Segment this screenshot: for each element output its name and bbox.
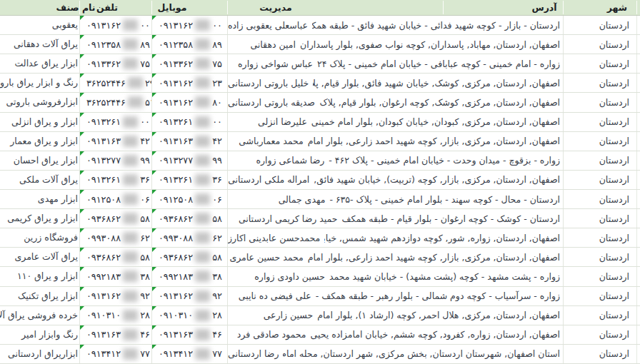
cell-trade-name[interactable]: ابزار و یراق ۱۱۰ — [0, 267, 79, 285]
cell-address-manager[interactable]: استان اصفهان, شهرستان اردستان, بخش مرکزی… — [227, 345, 563, 363]
cell-trade-name[interactable]: یراق آلات دهقانی — [0, 35, 79, 54]
cell-phone[interactable]: ۰۹۱۳۱۶۲۹۲ — [79, 287, 151, 305]
cell-address-manager[interactable]: زواره - امام خمینی - کوچه عبابافی - خیاب… — [227, 54, 563, 73]
cell-address-manager[interactable]: اصفهان, اردستان, زواره, کفرود, کوچه ششم,… — [227, 325, 563, 344]
cell-phone[interactable]: ۰۹۱۲۳۵۸۸۹ — [79, 35, 151, 54]
cell-mobile[interactable]: ۰۹۱۲۳۵۸۸۹ — [151, 35, 227, 54]
cell-phone[interactable]: ۰۹۱۳۲۶۱۳۶ — [79, 171, 151, 189]
cell-trade-name[interactable]: ابزار یراق عدالت — [0, 54, 79, 73]
cell-city[interactable]: اردستان — [563, 209, 640, 228]
cell-mobile[interactable]: ۰۹۱۳۱۶۲۹۲ — [151, 287, 227, 305]
cell-phone[interactable]: ۰۹۱۳۴۱۲۷۷ — [79, 345, 151, 363]
cell-trade-name[interactable]: ابزار و یراق معمار — [0, 132, 79, 151]
cell-city[interactable]: اردستان — [563, 132, 640, 151]
cell-city[interactable]: اردستان — [563, 267, 640, 285]
cell-address-manager[interactable]: اردستان - کوشک - کوچه ارغوان - بلوار قیا… — [227, 209, 563, 228]
phone-number: ۰۹۳۶۸۶۲۵۸ — [86, 213, 150, 224]
cell-phone[interactable]: ۳۶۲۵۲۴۴۶۵۱ — [79, 93, 151, 111]
cell-trade-name[interactable]: خرده فروشی یراق آلات — [0, 306, 79, 325]
cell-mobile[interactable]: ۰۹۹۲۱۸۳۳۸ — [151, 267, 227, 285]
trade-name-value: یراق آلات دهقانی — [14, 39, 78, 49]
cell-mobile[interactable]: ۰۹۱۳۲۶۱۰۰ — [151, 113, 227, 131]
cell-phone[interactable]: ۰۹۹۳۰۸۸۶۲ — [79, 228, 151, 247]
cell-mobile[interactable]: ۰۹۱۳۱۶۲۰۰ — [151, 16, 227, 34]
cell-mobile[interactable]: ۰۹۱۳۳۶۲۷۵ — [151, 54, 227, 73]
cell-address-manager[interactable]: زواره - پشت مشهد - کوچه (پشت مشهد) - خیا… — [227, 267, 563, 285]
censored-digits-blur — [195, 251, 210, 263]
excel-error-triangle-icon — [152, 228, 156, 233]
cell-city[interactable]: اردستان — [563, 74, 640, 92]
cell-city[interactable]: اردستان — [563, 228, 640, 247]
cell-mobile[interactable]: ۰۹۱۳۱۶۳۴۶ — [151, 325, 227, 344]
censored-digits-blur — [123, 290, 138, 302]
manager-value: رضا شماعی زواره — [256, 155, 324, 166]
cell-city[interactable]: اردستان — [563, 35, 640, 54]
cell-trade-name[interactable]: ابزار یراق تکنیک — [0, 287, 79, 305]
cell-address-manager[interactable]: اصفهان, اردستان, مرکزی, بازار, کوچه شهید… — [227, 248, 563, 266]
cell-phone[interactable]: ۰۹۱۳۲۶۱۰۰ — [79, 113, 151, 131]
cell-phone[interactable]: ۰۹۱۳۱۶۳۴۶ — [79, 325, 151, 344]
cell-address-manager[interactable]: اصفهان, اردستان, مرکزی, بازار, کوچه (ترب… — [227, 171, 563, 189]
cell-address-manager[interactable]: اصفهان, اردستان, مرکزی, هلال احمر, کوچه … — [227, 306, 563, 325]
cell-city[interactable]: اردستان — [563, 190, 640, 208]
cell-address-manager[interactable]: اردستان - محال - کوچه سهند - بلوار امام … — [227, 190, 563, 208]
mobile-number: ۰۹۱۳۱۶۲۸۰ — [159, 96, 222, 108]
cell-address-manager[interactable]: زواره - بزقوچ - میدان وحدت - خیابان امام… — [227, 151, 563, 170]
cell-address-manager[interactable]: اردستان - بازار - کوچه شهید فدائی - خیاب… — [227, 16, 563, 34]
cell-trade-name[interactable]: رنگ و ابزار یراق باروتی — [0, 74, 79, 92]
cell-city[interactable]: اردستان — [563, 325, 640, 344]
cell-mobile[interactable]: ۰۹۹۳۰۸۸۶۲ — [151, 228, 227, 247]
cell-phone[interactable]: ۳۶۲۵۲۴۴۶۲۹ — [79, 74, 151, 92]
cell-address-manager[interactable]: اصفهان, اردستان, مرکزی, کوشک, کوچه ارغوا… — [227, 93, 563, 111]
cell-address-manager[interactable]: اصفهان, اردستان, زواره, شور, کوچه دوازده… — [227, 228, 563, 247]
cell-mobile[interactable]: ۰۹۱۳۱۶۳۴۲ — [151, 132, 227, 151]
cell-phone[interactable]: ۰۹۹۲۱۸۳۳۸ — [79, 267, 151, 285]
cell-mobile[interactable]: ۰۹۱۳۱۶۲۸۰ — [151, 93, 227, 111]
cell-city[interactable]: اردستان — [563, 171, 640, 189]
cell-city[interactable]: اردستان — [563, 93, 640, 111]
cell-trade-name[interactable]: فروشگاه زرین — [0, 228, 79, 247]
cell-mobile[interactable]: ۰۹۱۰۳۱۰۲۸ — [151, 306, 227, 325]
cell-mobile[interactable]: ۰۹۳۶۸۶۲۵۸ — [151, 248, 227, 266]
cell-phone[interactable]: ۰۹۳۶۸۶۲۵۸ — [79, 248, 151, 266]
cell-phone[interactable]: ۰۹۳۶۸۶۲۵۸ — [79, 209, 151, 228]
cell-phone[interactable]: ۰۹۱۰۳۱۰۲۸ — [79, 306, 151, 325]
cell-mobile[interactable]: ۰۹۱۳۲۶۱۳۶ — [151, 171, 227, 189]
phone-number: ۰۹۱۲۳۵۸۸۹ — [86, 39, 150, 50]
cell-trade-name[interactable]: ابزارفروشی باروتی — [0, 93, 79, 111]
cell-address-manager[interactable]: اصفهان, اردستان, مرکزی, بازار, کوچه شهید… — [227, 132, 563, 151]
cell-phone[interactable]: ۰۹۱۳۳۶۲۷۵ — [79, 54, 151, 73]
cell-trade-name[interactable]: ابزار مهدی — [0, 190, 79, 208]
cell-address-manager[interactable]: زواره - سرآسیاب - کوچه دوم شمالی - بلوار… — [227, 287, 563, 305]
cell-city[interactable]: اردستان — [563, 306, 640, 325]
cell-trade-name[interactable]: ابزار یراق احسان — [0, 151, 79, 170]
cell-trade-name[interactable]: یراق آلات عامری — [0, 248, 79, 266]
cell-mobile[interactable]: ۰۹۱۳۱۶۲۲۳ — [151, 74, 227, 92]
cell-trade-name[interactable]: ابزار و یراق انزلی — [0, 113, 79, 131]
cell-trade-name[interactable]: یعقوبی — [0, 16, 79, 34]
cell-trade-name[interactable]: یراق آلات ملکی — [0, 171, 79, 189]
cell-phone[interactable]: ۰۹۱۲۵۰۸۰۶ — [79, 190, 151, 208]
excel-error-triangle-icon — [80, 113, 84, 117]
cell-city[interactable]: اردستان — [563, 248, 640, 266]
cell-phone[interactable]: ۰۹۱۳۲۷۷۹۹ — [79, 151, 151, 170]
censored-digits-blur — [195, 39, 210, 50]
cell-trade-name[interactable]: ابزار و یراق کریمی — [0, 209, 79, 228]
cell-city[interactable]: اردستان — [563, 54, 640, 73]
cell-trade-name[interactable]: ابزاریراق اردستانی — [0, 345, 79, 363]
cell-address-manager[interactable]: اصفهان, اردستان, مرکزی, کبودان, خیابان ک… — [227, 113, 563, 131]
cell-city[interactable]: اردستان — [563, 113, 640, 131]
cell-city[interactable]: اردستان — [563, 345, 640, 363]
cell-trade-name[interactable]: رنگ وابزار امیر — [0, 325, 79, 344]
cell-city[interactable]: اردستان — [563, 16, 640, 34]
cell-city[interactable]: اردستان — [563, 287, 640, 305]
cell-phone[interactable]: ۰۹۱۳۱۶۳۴۲ — [79, 132, 151, 151]
cell-city[interactable]: اردستان — [563, 151, 640, 170]
cell-address-manager[interactable]: اصفهان, اردستان, مرکزی, کوشک, خیابان شهی… — [227, 74, 563, 92]
cell-address-manager[interactable]: اصفهان, اردستان, مهاباد, پاسداران, کوچه … — [227, 35, 563, 54]
cell-phone[interactable]: ۰۹۱۳۱۶۲۰۰ — [79, 16, 151, 34]
cell-mobile[interactable]: ۰۹۱۳۴۱۲۷۷ — [151, 345, 227, 363]
cell-mobile[interactable]: ۰۹۱۳۲۷۷۹۹ — [151, 151, 227, 170]
cell-mobile[interactable]: ۰۹۳۶۸۶۲۵۸ — [151, 209, 227, 228]
cell-mobile[interactable]: ۰۹۱۲۵۰۸۰۶ — [151, 190, 227, 208]
